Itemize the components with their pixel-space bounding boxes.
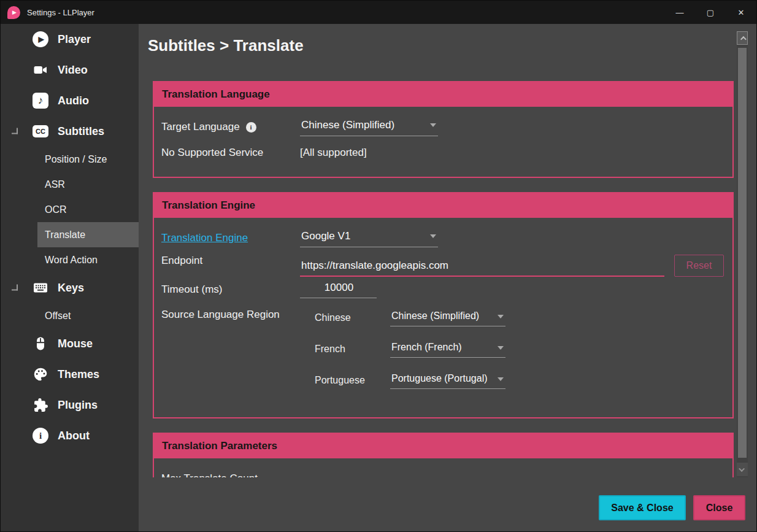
translation-engine-link[interactable]: Translation Engine: [161, 232, 248, 244]
close-button[interactable]: Close: [693, 495, 745, 520]
no-supported-service-value: [All supported]: [300, 147, 367, 159]
portuguese-region-dropdown[interactable]: Portuguese (Portugal): [390, 372, 505, 389]
timeout-input[interactable]: [300, 282, 377, 298]
sidebar-item-keys[interactable]: Keys: [1, 272, 139, 303]
mouse-icon: [33, 336, 48, 352]
sidebar-item-label: Subtitles: [58, 125, 104, 138]
settings-sidebar: ▶ Player Video ♪ Audio CC Subtit: [1, 24, 139, 532]
source-region-row-chinese: Chinese Chinese (Simplified): [315, 305, 505, 330]
sidebar-item-label: ASR: [45, 179, 65, 190]
source-region-label: French: [315, 344, 390, 355]
sidebar-item-translate[interactable]: Translate: [37, 222, 139, 247]
close-window-button[interactable]: ✕: [726, 1, 756, 24]
settings-scroll-region: Subtitles > Translate Translation Langua…: [139, 24, 757, 477]
section-translation-parameters: Translation Parameters Max Translate Cou…: [153, 433, 734, 477]
sidebar-item-label: Themes: [58, 368, 99, 381]
source-region-row-portuguese: Portuguese Portuguese (Portugal): [315, 368, 505, 393]
sidebar-item-label: Audio: [58, 94, 89, 107]
timeout-row: Timeout (ms): [161, 277, 724, 303]
collapse-indicator-icon[interactable]: [12, 128, 18, 134]
chevron-down-icon: [430, 123, 436, 130]
target-language-row: Target Language i Chinese (Simplified): [161, 114, 724, 140]
sidebar-item-themes[interactable]: Themes: [1, 359, 139, 390]
timeout-input-wrap: [300, 282, 377, 298]
max-translate-count-label: Max Translate Count: [161, 472, 258, 477]
scrollbar-thumb[interactable]: [738, 48, 747, 458]
source-region-label: Portuguese: [315, 375, 390, 386]
chevron-up-icon: [740, 36, 746, 42]
sidebar-item-label: Keys: [58, 282, 84, 295]
translation-engine-row: Translation Engine Google V1: [161, 225, 724, 251]
source-language-region-label: Source Language Region: [161, 309, 280, 321]
sidebar-item-label: Video: [58, 64, 88, 77]
sidebar-item-label: Mouse: [58, 337, 93, 350]
source-region-label: Chinese: [315, 312, 390, 323]
palette-icon: [33, 366, 48, 382]
window-controls: — ▢ ✕: [664, 1, 756, 24]
chevron-down-icon: [739, 466, 745, 472]
sidebar-item-mouse[interactable]: Mouse: [1, 328, 139, 359]
sidebar-item-label: Word Action: [45, 255, 98, 266]
sidebar-item-position-size[interactable]: Position / Size: [37, 147, 139, 172]
sidebar-item-offset[interactable]: Offset: [37, 303, 139, 328]
sidebar-item-player[interactable]: ▶ Player: [1, 24, 139, 55]
sidebar-item-label: Player: [58, 33, 91, 46]
app-logo-icon: ▶: [7, 6, 20, 19]
settings-content-pane: Subtitles > Translate Translation Langua…: [139, 24, 757, 532]
section-header: Translation Language: [154, 82, 732, 107]
sidebar-item-asr[interactable]: ASR: [37, 172, 139, 197]
sidebar-item-label: Plugins: [58, 399, 98, 412]
sidebar-item-subtitles[interactable]: CC Subtitles: [1, 116, 139, 147]
music-note-icon: ♪: [33, 93, 48, 109]
endpoint-input[interactable]: [300, 260, 664, 276]
target-language-label: Target Language: [161, 121, 240, 133]
sidebar-item-about[interactable]: i About: [1, 420, 139, 451]
sidebar-item-label: About: [58, 430, 90, 442]
endpoint-label: Endpoint: [161, 255, 202, 267]
video-camera-icon: [33, 62, 48, 78]
scrollbar-down-button[interactable]: [737, 463, 748, 476]
target-language-dropdown[interactable]: Chinese (Simplified): [300, 118, 438, 136]
section-translation-engine: Translation Engine Translation Engine Go…: [153, 192, 734, 418]
source-language-region-row: Source Language Region Chinese Chinese (…: [161, 303, 724, 393]
save-and-close-button[interactable]: Save & Close: [599, 495, 686, 520]
timeout-label: Timeout (ms): [161, 283, 223, 296]
source-language-region-list: Chinese Chinese (Simplified) French: [315, 303, 505, 393]
sidebar-item-label: Position / Size: [45, 154, 107, 165]
collapse-indicator-icon[interactable]: [12, 285, 18, 291]
sidebar-item-ocr[interactable]: OCR: [37, 197, 139, 222]
sidebar-item-label: Offset: [45, 310, 71, 322]
chevron-down-icon: [498, 315, 504, 322]
sidebar-item-label: OCR: [45, 204, 67, 215]
sidebar-item-video[interactable]: Video: [1, 55, 139, 85]
endpoint-row: Endpoint Reset: [161, 251, 724, 277]
sidebar-item-plugins[interactable]: Plugins: [1, 390, 139, 420]
chinese-region-dropdown[interactable]: Chinese (Simplified): [390, 309, 505, 326]
chevron-down-icon: [498, 346, 504, 353]
no-supported-service-label: No Supported Service: [161, 147, 263, 159]
max-translate-count-row: Max Translate Count: [161, 466, 724, 477]
info-tooltip-icon[interactable]: i: [246, 122, 256, 133]
french-region-dropdown[interactable]: French (French): [390, 341, 505, 358]
translation-engine-dropdown[interactable]: Google V1: [300, 229, 438, 247]
minimize-button[interactable]: —: [664, 1, 695, 24]
section-header: Translation Parameters: [154, 434, 732, 458]
info-icon: i: [33, 428, 48, 444]
keyboard-icon: [33, 280, 48, 296]
section-translation-language: Translation Language Target Language i C…: [153, 81, 734, 178]
scrollbar-up-button[interactable]: [737, 31, 748, 45]
chevron-down-icon: [498, 377, 504, 384]
settings-window: ▶ Settings - LLPlayer — ▢ ✕ ▶ Player V: [0, 0, 757, 532]
page-title: Subtitles > Translate: [148, 36, 757, 55]
source-region-row-french: French French (French): [315, 336, 505, 361]
maximize-button[interactable]: ▢: [695, 1, 726, 24]
reset-button[interactable]: Reset: [674, 255, 724, 277]
section-header: Translation Engine: [154, 193, 732, 218]
sidebar-item-audio[interactable]: ♪ Audio: [1, 85, 139, 116]
vertical-scrollbar[interactable]: [737, 31, 748, 477]
sidebar-item-label: Translate: [45, 229, 85, 241]
no-supported-service-row: No Supported Service [All supported]: [161, 140, 724, 166]
chevron-down-icon: [430, 234, 436, 241]
endpoint-input-wrap: [300, 251, 664, 277]
sidebar-item-word-action[interactable]: Word Action: [37, 247, 139, 272]
